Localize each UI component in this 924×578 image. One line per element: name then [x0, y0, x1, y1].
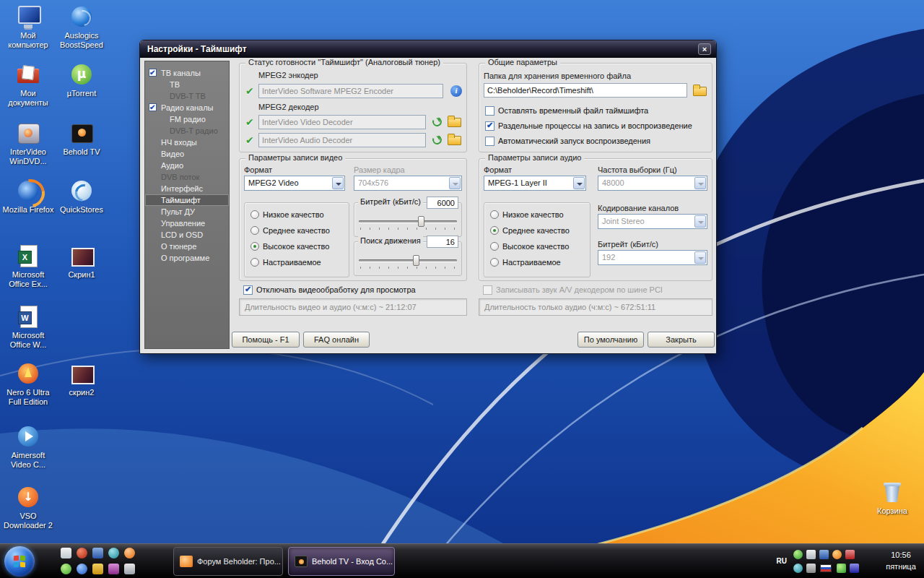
browse-folder-icon[interactable]: [448, 116, 461, 126]
quality-option-medium[interactable]: Среднее качество: [250, 226, 330, 236]
folder-path-input[interactable]: [484, 83, 687, 98]
desktop-icon-quickstores[interactable]: QuickStores: [54, 178, 109, 215]
desktop-icon-mozilla-firefox[interactable]: Mozilla Firefox: [1, 178, 56, 215]
sidebar-item-interface[interactable]: Интерфейс: [145, 183, 229, 194]
auto-playback-checkbox[interactable]: Автоматический запуск воспроизведения: [485, 137, 650, 147]
quick-launch-icon[interactable]: [108, 564, 119, 574]
close-dialog-button[interactable]: Закрыть: [648, 332, 715, 348]
quality-option-low[interactable]: Низкое качество: [490, 210, 564, 220]
quality-option-medium[interactable]: Среднее качество: [490, 226, 570, 236]
radio-icon[interactable]: [250, 226, 259, 235]
faq-button[interactable]: FAQ онлайн: [303, 332, 370, 348]
quality-option-low[interactable]: Низкое качество: [250, 210, 324, 220]
tray-icon[interactable]: [850, 564, 859, 573]
video-format-combobox[interactable]: MPEG2 Video: [244, 176, 345, 191]
start-button[interactable]: [4, 546, 35, 577]
desktop-icon-skrin2[interactable]: скрин2: [54, 361, 109, 397]
tray-icon[interactable]: [845, 550, 855, 559]
sidebar-item-control[interactable]: Управление: [145, 217, 229, 229]
quick-launch-icon[interactable]: [77, 564, 87, 574]
chevron-down-icon[interactable]: [332, 177, 344, 189]
radio-checked-icon[interactable]: [490, 226, 499, 235]
sidebar-item-fm-radio[interactable]: FM радио: [145, 113, 229, 125]
quick-launch-icon[interactable]: [61, 564, 71, 574]
help-button[interactable]: Помощь - F1: [232, 332, 300, 348]
audio-format-combobox[interactable]: MPEG-1 Layer II: [484, 176, 586, 191]
desktop-icon-aimersoft[interactable]: Aimersoft Video C...: [1, 424, 56, 470]
desktop-icon-utorrent[interactable]: µTorrent: [54, 62, 109, 98]
sidebar-item-timeshift[interactable]: Таймшифт: [145, 194, 229, 206]
taskbar-button-behold-tv[interactable]: Behold TV - Вход Со...: [288, 547, 395, 576]
desktop-icon-office-excel[interactable]: Microsoft Office Ex...: [1, 243, 56, 289]
video-decoder-field[interactable]: [258, 115, 426, 129]
keep-temp-file-checkbox[interactable]: Оставлять временный файл таймшифта: [485, 106, 648, 116]
browse-folder-icon[interactable]: [448, 134, 461, 144]
desktop-icon-vso-downloader[interactable]: VSO Downloader 2: [1, 485, 56, 530]
radio-icon[interactable]: [490, 258, 499, 267]
radio-icon[interactable]: [490, 242, 499, 251]
sidebar-item-lcd-osd[interactable]: LCD и OSD: [145, 229, 229, 241]
unchecked-checkbox-icon[interactable]: [485, 137, 494, 146]
checked-checkbox-icon[interactable]: [149, 103, 157, 111]
close-button[interactable]: ×: [698, 43, 711, 55]
tray-icon[interactable]: [806, 564, 816, 573]
slider-thumb[interactable]: [413, 255, 419, 266]
tray-icon[interactable]: [819, 550, 829, 559]
sidebar-item-remote[interactable]: Пульт ДУ: [145, 206, 229, 217]
radio-checked-icon[interactable]: [250, 242, 259, 251]
tray-icon[interactable]: [837, 564, 846, 573]
tray-icon[interactable]: [806, 550, 816, 559]
tray-icon[interactable]: [832, 550, 842, 559]
audio-decoder-field[interactable]: [258, 133, 426, 147]
bitrate-value[interactable]: 6000: [427, 197, 458, 209]
quality-option-custom[interactable]: Настраиваемое: [490, 258, 561, 268]
desktop-icon-office-word[interactable]: Microsoft Office W...: [1, 304, 56, 350]
checked-checkbox-icon[interactable]: [243, 285, 253, 295]
sidebar-item-radio-channels[interactable]: Радио каналы: [145, 102, 229, 113]
bitrate-slider[interactable]: [357, 215, 458, 229]
sidebar-item-video[interactable]: Видео: [145, 148, 229, 160]
desktop-icon-intervideo-windvd[interactable]: InterVideo WinDVD...: [1, 121, 56, 166]
desktop-icon-behold-tv[interactable]: Behold TV: [54, 121, 109, 157]
quick-launch-icon[interactable]: [77, 548, 87, 558]
desktop-icon-recycle-bin[interactable]: Корзина: [865, 480, 920, 516]
language-indicator[interactable]: RU: [777, 556, 787, 566]
motion-search-value[interactable]: 16: [427, 236, 458, 248]
desktop-icon-auslogics[interactable]: Auslogics BoostSpeed: [54, 4, 109, 50]
quick-launch-icon[interactable]: [108, 548, 119, 558]
select-decoder-icon[interactable]: [432, 134, 443, 145]
unchecked-checkbox-icon[interactable]: [485, 106, 494, 116]
quick-launch-icon[interactable]: [92, 564, 103, 574]
desktop-icon-my-computer[interactable]: Мой компьютер: [1, 4, 56, 50]
separate-processes-checkbox[interactable]: Раздельные процессы на запись и воспроиз…: [485, 121, 692, 131]
quality-option-high[interactable]: Высокое качество: [490, 242, 569, 252]
sidebar-item-tv[interactable]: ТВ: [145, 79, 229, 90]
desktop-icon-nero[interactable]: Nero 6 Ultra Full Edition: [1, 361, 56, 407]
sidebar-item-lf-inputs[interactable]: НЧ входы: [145, 137, 229, 148]
sidebar-item-about-program[interactable]: О программе: [145, 252, 229, 264]
browse-folder-icon[interactable]: [693, 85, 706, 95]
taskbar-clock[interactable]: 10:56 пятница: [881, 549, 921, 572]
defaults-button[interactable]: По умолчанию: [578, 332, 644, 348]
checked-checkbox-icon[interactable]: [149, 69, 157, 77]
sidebar-item-tv-channels[interactable]: ТВ каналы: [145, 67, 229, 79]
radio-icon[interactable]: [490, 210, 499, 219]
quality-option-high[interactable]: Высокое качество: [250, 242, 329, 252]
ru-flag-icon[interactable]: [820, 564, 832, 572]
quick-launch-icon[interactable]: [124, 564, 135, 574]
quick-launch-icon[interactable]: [92, 548, 103, 558]
chevron-down-icon[interactable]: [573, 177, 585, 189]
checked-checkbox-icon[interactable]: [485, 121, 494, 131]
tray-icon[interactable]: [793, 550, 803, 559]
motion-search-slider[interactable]: [357, 254, 458, 268]
radio-icon[interactable]: [250, 210, 259, 219]
quick-launch-icon[interactable]: [61, 548, 71, 558]
quality-option-custom[interactable]: Настраиваемое: [250, 258, 321, 268]
quick-launch-icon[interactable]: [124, 548, 135, 558]
sidebar-item-about-tuner[interactable]: О тюнере: [145, 241, 229, 252]
slider-thumb[interactable]: [418, 216, 424, 227]
dialog-titlebar[interactable]: Настройки - Таймшифт ×: [140, 40, 716, 58]
tray-icon[interactable]: [793, 564, 803, 573]
radio-icon[interactable]: [250, 258, 259, 267]
desktop-icon-skrin1[interactable]: Скрин1: [54, 243, 109, 280]
